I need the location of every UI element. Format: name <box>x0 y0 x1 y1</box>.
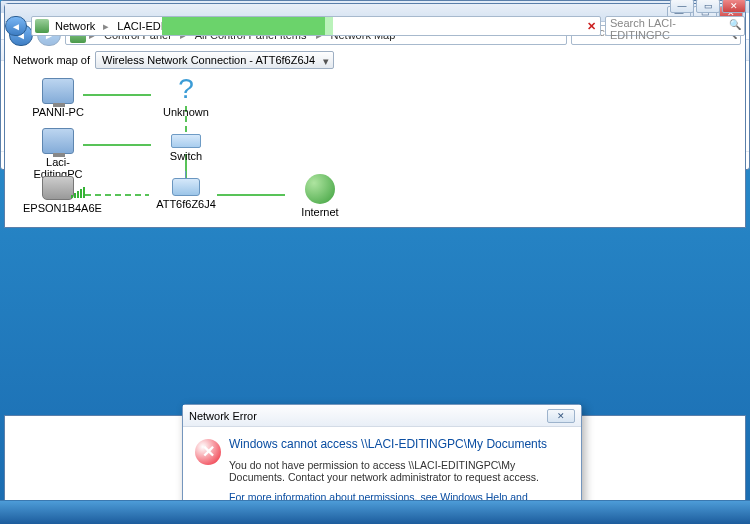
progress-bar <box>162 17 570 35</box>
node-laci-pc[interactable]: Laci-EditingPC <box>23 128 93 180</box>
router-icon <box>172 178 200 196</box>
network-icon <box>35 19 49 33</box>
node-panni-pc[interactable]: PANNI-PC <box>23 78 93 118</box>
search-input[interactable]: Search LACI-EDITINGPC <box>605 16 745 36</box>
node-label: PANNI-PC <box>23 106 93 118</box>
link-line <box>83 144 151 146</box>
node-unknown[interactable]: ? Unknown <box>151 74 221 118</box>
node-label: Switch <box>151 150 221 162</box>
node-label: ATT6f6Z6J4 <box>151 198 221 210</box>
breadcrumb-item[interactable]: Network <box>49 18 101 34</box>
dialog-message: You do not have permission to access \\L… <box>229 459 567 483</box>
map-of-label: Network map of <box>13 54 90 66</box>
network-map-canvas: PANNI-PC ? Unknown Laci-EditingPC Switch… <box>5 72 745 220</box>
node-label: Unknown <box>151 106 221 118</box>
back-button[interactable]: ◄ <box>5 16 27 36</box>
close-button[interactable]: ✕ <box>722 0 746 13</box>
dialog-close-button[interactable]: ✕ <box>547 409 575 423</box>
sub-bar: Network map of Wireless Network Connecti… <box>5 48 745 72</box>
dialog-title: Network Error <box>189 410 257 422</box>
computer-icon <box>42 78 74 104</box>
link-line <box>83 94 151 96</box>
question-icon: ? <box>170 74 202 106</box>
taskbar[interactable] <box>0 500 750 524</box>
link-line <box>85 194 149 196</box>
computer-icon <box>42 128 74 154</box>
switch-icon <box>171 134 201 148</box>
maximize-button[interactable]: ▭ <box>696 0 720 13</box>
node-router[interactable]: ATT6f6Z6J4 <box>151 178 221 210</box>
node-label: Internet <box>285 206 355 218</box>
stop-button[interactable]: ✕ <box>587 20 596 33</box>
globe-icon <box>305 174 335 204</box>
error-icon: ✕ <box>195 439 221 465</box>
address-bar[interactable]: Network ▸ LACI-EDITINGPC ▸ ✕ <box>31 16 601 36</box>
dialog-heading: Windows cannot access \\LACI-EDITINGPC\M… <box>229 437 567 451</box>
link-line <box>217 194 285 196</box>
chevron-icon: ▸ <box>101 20 111 33</box>
nav-bar: ◄ Network ▸ LACI-EDITINGPC ▸ ✕ Search LA… <box>1 13 749 39</box>
node-epson[interactable]: EPSON1B4A6E <box>23 176 93 214</box>
printer-icon <box>42 176 74 200</box>
node-label: EPSON1B4A6E <box>23 202 93 214</box>
node-internet[interactable]: Internet <box>285 174 355 218</box>
node-switch[interactable]: Switch <box>151 134 221 162</box>
minimize-button[interactable]: — <box>670 0 694 13</box>
connection-dropdown[interactable]: Wireless Network Connection - ATT6f6Z6J4 <box>95 51 334 69</box>
signal-icon <box>71 184 85 198</box>
dialog-titlebar: Network Error ✕ <box>183 405 581 427</box>
